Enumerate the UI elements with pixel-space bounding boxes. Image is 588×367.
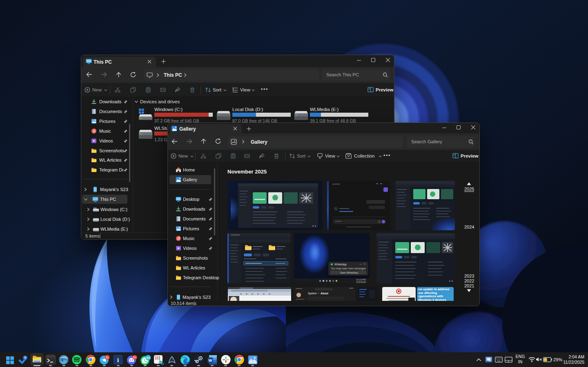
svg-text:i: i xyxy=(117,357,119,363)
svg-text:58: 58 xyxy=(146,356,150,360)
svg-text:9+: 9+ xyxy=(133,356,136,359)
svg-text:W: W xyxy=(209,358,212,363)
svg-text:11: 11 xyxy=(106,356,109,359)
svg-text:8: 8 xyxy=(24,356,26,360)
